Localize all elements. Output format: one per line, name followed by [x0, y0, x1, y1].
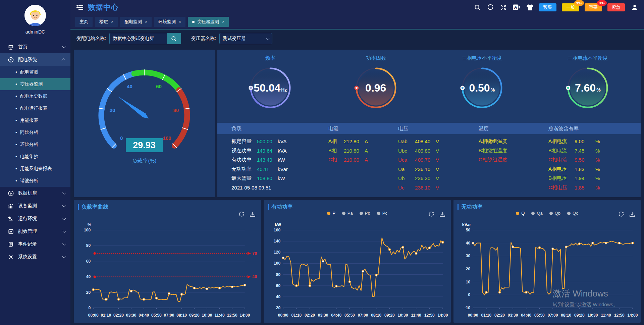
- chart-refresh-icon[interactable]: [428, 211, 434, 217]
- reactive-power-chart: -1001020304050kVar00:0001:1002:2003:3004…: [456, 220, 638, 319]
- legend-item[interactable]: Qc: [567, 211, 578, 216]
- legend-item[interactable]: Qa: [531, 211, 542, 216]
- tab[interactable]: 主页: [75, 17, 93, 27]
- search-icon[interactable]: [474, 4, 481, 11]
- legend-label: Pa: [347, 211, 353, 216]
- svg-text:20: 20: [110, 107, 115, 113]
- legend-item[interactable]: Pa: [342, 211, 353, 216]
- sidebar-subitem[interactable]: 变压器监测: [0, 78, 70, 90]
- svg-text:04:40: 04:40: [331, 313, 341, 318]
- chart-download-icon[interactable]: [629, 211, 635, 217]
- sidebar-item[interactable]: 首页: [0, 41, 70, 53]
- transformer-select[interactable]: 测试变压器: [219, 33, 272, 44]
- svg-text:03:30: 03:30: [508, 313, 518, 318]
- tab[interactable]: 变压器监测×: [188, 17, 229, 27]
- alarm-badge[interactable]: 紧急: [607, 3, 625, 11]
- sidebar-item[interactable]: 设备监测: [0, 200, 70, 212]
- fullscreen-icon[interactable]: [500, 4, 506, 11]
- sidebar-item[interactable]: 能效管理: [0, 225, 70, 238]
- voltage-value: 409.70: [415, 157, 436, 163]
- svg-text:60: 60: [276, 283, 281, 288]
- close-icon[interactable]: ×: [145, 19, 147, 24]
- station-input[interactable]: [109, 33, 167, 44]
- load-value: 143.49: [257, 157, 278, 163]
- alarm-badge[interactable]: 一般99+: [562, 3, 579, 11]
- svg-text:11:40: 11:40: [215, 313, 225, 318]
- legend-item[interactable]: Pb: [360, 211, 370, 216]
- current-unit: A: [365, 148, 368, 154]
- svg-text:05:50: 05:50: [344, 313, 355, 318]
- station-search-button[interactable]: [167, 33, 181, 44]
- sidebar-subitem[interactable]: 用能报表: [0, 114, 70, 126]
- legend-item[interactable]: Pc: [377, 211, 387, 216]
- legend-item[interactable]: P: [327, 211, 335, 216]
- table-row: A相电压1.83%: [548, 165, 641, 174]
- sidebar-subitem[interactable]: 配电监测: [0, 66, 70, 78]
- hamburger-icon[interactable]: [76, 5, 83, 10]
- sidebar-subitem[interactable]: 电能集抄: [0, 151, 70, 163]
- sidebar-subitem[interactable]: 配电历史数据: [0, 90, 70, 102]
- legend-item[interactable]: Q: [516, 211, 525, 216]
- sidebar-subitem[interactable]: 用能及电费报表: [0, 163, 70, 175]
- legend-dot-icon: [516, 212, 519, 215]
- thd-value: 9.50: [575, 157, 591, 163]
- voltage-unit: V: [436, 148, 439, 154]
- avatar[interactable]: [24, 5, 46, 26]
- voltage-label: Ub: [398, 175, 415, 181]
- load-label: 无功功率: [231, 166, 257, 172]
- close-icon[interactable]: ×: [179, 19, 181, 24]
- theme-tshirt-icon[interactable]: [526, 4, 534, 11]
- chart-refresh-icon[interactable]: [618, 211, 624, 217]
- table-row: C相绕组温度: [479, 155, 539, 165]
- translate-icon[interactable]: A: [513, 4, 520, 11]
- tab[interactable]: 环境监测×: [154, 17, 185, 27]
- tab[interactable]: 配电监测×: [120, 17, 152, 27]
- user-icon[interactable]: [631, 4, 638, 11]
- svg-text:80: 80: [276, 272, 281, 277]
- svg-text:10:30: 10:30: [398, 313, 408, 318]
- svg-text:08:10: 08:10: [561, 313, 571, 318]
- table-row: 无功功率40.11kVar: [231, 165, 319, 174]
- svg-text:10:30: 10:30: [588, 313, 598, 318]
- current-unit: A: [365, 139, 368, 144]
- legend-item[interactable]: Qb: [549, 211, 560, 216]
- svg-text:02:20: 02:20: [494, 313, 505, 318]
- load-rate-chart-panel: 负载率曲线 020406080100%00:0001:1002:2003:300…: [74, 200, 261, 323]
- load-unit: kVA: [278, 148, 286, 154]
- close-icon[interactable]: ×: [111, 19, 113, 24]
- temperature-label: A相绕组温度: [479, 138, 507, 145]
- svg-text:%: %: [88, 222, 91, 227]
- load-label: 最大需量: [231, 175, 257, 181]
- load-value: 108.80: [257, 175, 278, 181]
- chart-download-icon[interactable]: [250, 211, 256, 217]
- legend-dot-icon: [327, 212, 330, 215]
- svg-text:08:10: 08:10: [371, 313, 381, 318]
- sidebar-item[interactable]: 运行环境: [0, 212, 70, 225]
- sidebar-item[interactable]: 事件记录: [0, 238, 70, 251]
- alarm-badge[interactable]: 预警: [539, 3, 556, 11]
- alarm-badge[interactable]: 重要99+: [585, 3, 602, 11]
- sidebar-subitem[interactable]: 谐波分析: [0, 175, 70, 187]
- refresh-icon[interactable]: [487, 4, 494, 11]
- station-label: 变配电站名称:: [76, 36, 106, 42]
- svg-text:40: 40: [127, 84, 132, 89]
- close-icon[interactable]: ×: [222, 19, 224, 24]
- filterbar: 变配电站名称: 变压器名称: 测试变压器: [70, 30, 644, 48]
- svg-text:03:30: 03:30: [126, 313, 137, 318]
- chart-refresh-icon[interactable]: [238, 211, 245, 217]
- svg-text:140: 140: [274, 239, 280, 243]
- sidebar-item[interactable]: 系统设置: [0, 251, 70, 263]
- voltage-unit: V: [436, 175, 439, 181]
- home-icon: [8, 44, 14, 50]
- load-unit: kW: [278, 157, 285, 163]
- tab[interactable]: 楼层×: [95, 17, 118, 27]
- sidebar-subitem[interactable]: 同比分析: [0, 126, 70, 139]
- sidebar-subitem[interactable]: 配电运行报表: [0, 102, 70, 114]
- chart-download-icon[interactable]: [439, 211, 445, 217]
- svg-text:A: A: [514, 5, 517, 10]
- sidebar-item[interactable]: 数据机房: [0, 187, 70, 200]
- sidebar-subitem[interactable]: 环比分析: [0, 139, 70, 151]
- table-body: 额定容量500.00kVA视在功率149.64kVA有功功率143.49kW无功…: [217, 134, 641, 192]
- chevron-down-icon: [62, 204, 66, 207]
- sidebar-item[interactable]: 配电系统: [0, 53, 70, 66]
